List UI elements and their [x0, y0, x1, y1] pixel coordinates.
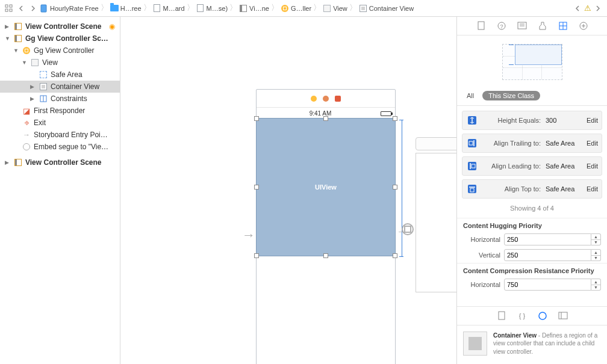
back-button[interactable] [16, 3, 26, 14]
crumb-view[interactable]: View [323, 4, 347, 13]
constraint-row[interactable]: Height Equals: 300 Edit [462, 111, 602, 130]
crumb-base-file[interactable]: M…se) [196, 4, 228, 13]
crumb-container-view[interactable]: Container View [359, 4, 414, 13]
outline-first-responder[interactable]: ◪ First Responder [0, 105, 120, 117]
inspector-tabbar: ? [457, 17, 607, 35]
resize-handle[interactable] [393, 185, 397, 190]
leading-constraint-icon [466, 160, 478, 172]
disclosure-icon[interactable]: ▼ [5, 35, 11, 42]
svg-rect-3 [10, 9, 12, 11]
identity-inspector-tab[interactable] [517, 20, 528, 31]
constraints-icon [39, 94, 48, 103]
crumb-folder[interactable]: H…ree [110, 4, 142, 13]
related-items-icon[interactable] [4, 3, 14, 14]
constraint-row[interactable]: Align Trailing to: Safe Area Edit [462, 134, 602, 153]
file-template-library-tab[interactable] [496, 310, 507, 321]
object-library-tab[interactable] [537, 310, 548, 321]
scene-titlebar[interactable]: View Controller [416, 137, 456, 150]
outline-scene[interactable]: ▶ View Controller Scene ◉ [0, 20, 120, 32]
outline-entry-point[interactable]: → Storyboard Entry Poi… [0, 129, 120, 141]
scope-thissize-button[interactable]: This Size Class [482, 91, 540, 100]
prev-issue-button[interactable] [572, 3, 583, 14]
disclosure-icon[interactable]: ▼ [22, 60, 28, 66]
disclosure-icon[interactable]: ▶ [5, 159, 11, 165]
stepper[interactable]: ▲▼ [591, 279, 601, 291]
outline-safearea[interactable]: Safe Area [0, 69, 120, 81]
outline-scene[interactable]: ▶ View Controller Scene [0, 156, 120, 168]
resize-handle[interactable] [393, 116, 397, 121]
arrow-icon: → [22, 130, 31, 140]
constraints-count: Showing 4 of 4 [457, 201, 607, 218]
media-library-tab[interactable] [558, 310, 568, 321]
uiview-label: UIView [315, 184, 337, 191]
height-constraint-icon [466, 114, 478, 126]
hugging-horizontal-row: Horizontal ▲▼ [457, 232, 607, 247]
device-scene[interactable]: 9:41 AM UIView [256, 89, 396, 364]
compress-horizontal-input[interactable] [504, 279, 591, 291]
disclosure-icon[interactable]: ▶ [5, 23, 11, 29]
constraint-row[interactable]: Align Top to: Safe Area Edit [462, 179, 602, 199]
container-view-selected[interactable]: UIView [256, 118, 396, 256]
resize-handle[interactable] [254, 116, 259, 121]
dock-firstresponder-icon[interactable] [323, 96, 329, 102]
connections-inspector-tab[interactable] [578, 20, 589, 31]
dock-viewcontroller-icon[interactable] [311, 96, 317, 102]
outline-constraints[interactable]: ▶ Constraints [0, 93, 120, 105]
embedded-vc-scene[interactable]: View Controller [416, 137, 456, 292]
embed-segue-icon[interactable] [402, 223, 414, 235]
dock-exit-icon[interactable] [335, 96, 341, 102]
scope-all-button[interactable]: All [463, 91, 478, 100]
warning-icon[interactable]: ⚠︎ [584, 4, 591, 13]
stepper[interactable]: ▲▼ [591, 233, 601, 245]
attributes-inspector-tab[interactable] [537, 20, 548, 31]
edit-constraint-button[interactable]: Edit [587, 140, 598, 147]
embedded-vc-view[interactable] [416, 153, 456, 292]
outline-containerview[interactable]: ▶ Container View [0, 81, 120, 93]
stepper[interactable]: ▲▼ [591, 249, 601, 261]
forward-button[interactable] [28, 3, 39, 14]
document-outline: ▶ View Controller Scene ◉ ▼ Gg View Cont… [0, 17, 120, 364]
entry-point-arrow-icon[interactable]: → [242, 227, 255, 243]
ib-canvas[interactable]: 9:41 AM UIView [120, 17, 456, 364]
disclosure-icon[interactable]: ▶ [30, 96, 36, 102]
hugging-horizontal-input[interactable] [504, 233, 591, 245]
breadcrumb-separator-icon: 〉 [101, 4, 108, 11]
outline-exit[interactable]: ⎆ Exit [0, 117, 120, 129]
outline-viewcontroller[interactable]: ▼ Gg View Controller [0, 45, 120, 57]
outline-scene[interactable]: ▼ Gg View Controller Sc… [0, 32, 120, 45]
safearea-icon [39, 70, 48, 79]
file-inspector-tab[interactable] [476, 20, 487, 31]
compress-horizontal-row: Horizontal ▲▼ [457, 277, 607, 292]
resize-handle[interactable] [323, 116, 328, 121]
outline-embed-segue[interactable]: Embed segue to "Vie… [0, 141, 120, 153]
crumb-project[interactable]: HourlyRate Free [40, 4, 99, 13]
disclosure-icon[interactable]: ▶ [30, 84, 36, 90]
scene-dock[interactable] [257, 90, 395, 108]
resize-handle[interactable] [323, 253, 328, 258]
code-snippet-library-tab[interactable]: { } [517, 310, 528, 321]
folder-icon [110, 4, 119, 13]
resize-handle[interactable] [393, 253, 397, 258]
crumb-viewcontroller[interactable]: G…ller [281, 4, 311, 13]
size-preview [457, 35, 607, 88]
svg-rect-1 [10, 5, 12, 7]
library-item[interactable]: Container View - Defines a region of a v… [457, 325, 607, 365]
edit-constraint-button[interactable]: Edit [587, 185, 598, 193]
next-issue-button[interactable] [593, 3, 603, 14]
outline-view[interactable]: ▼ View [0, 57, 120, 69]
doc-icon [153, 4, 161, 13]
crumb-storyboard[interactable]: M…ard [153, 4, 185, 13]
resize-handle[interactable] [254, 185, 259, 190]
disclosure-icon[interactable]: ▼ [13, 48, 19, 54]
resize-handle[interactable] [254, 253, 259, 258]
hugging-vertical-input[interactable] [504, 249, 591, 261]
top-constraint-icon [466, 183, 478, 195]
edit-constraint-button[interactable]: Edit [587, 117, 598, 124]
constraint-row[interactable]: Align Leading to: Safe Area Edit [462, 156, 602, 176]
quickhelp-inspector-tab[interactable]: ? [496, 20, 507, 31]
doc-icon [196, 4, 205, 13]
crumb-scene[interactable]: Vi…ne [239, 4, 269, 13]
library-item-thumb [463, 332, 487, 356]
size-inspector-tab[interactable] [558, 20, 568, 31]
edit-constraint-button[interactable]: Edit [587, 162, 598, 170]
